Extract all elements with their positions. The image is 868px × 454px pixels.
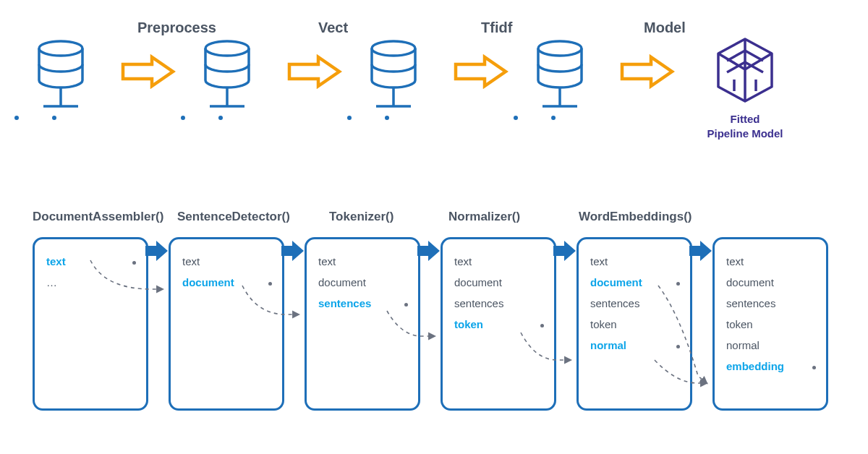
database-icon xyxy=(33,40,89,119)
arrow-icon xyxy=(618,54,676,89)
annotator-label: Tokenizer() xyxy=(329,210,393,224)
annotator-label: SentenceDetector() xyxy=(177,210,290,224)
annotator-label: DocumentAssembler() xyxy=(33,210,163,224)
annotator-item: … xyxy=(46,276,135,288)
annotator-label: WordEmbeddings() xyxy=(579,210,692,224)
annotator-item: document xyxy=(454,276,542,288)
stage-label-model: Model xyxy=(644,20,686,36)
annotator-label: Normalizer() xyxy=(448,210,520,224)
database-icon xyxy=(365,40,422,119)
annotator-item: text xyxy=(454,255,542,267)
svg-point-9 xyxy=(538,41,582,56)
annotator-box: textdocument xyxy=(169,237,284,411)
annotator-item: sentences xyxy=(726,297,814,309)
annotator-box: textdocumentsentencestokennormalembeddin… xyxy=(712,237,828,411)
arrow-icon xyxy=(452,54,510,89)
annotator-item: token xyxy=(454,318,542,330)
svg-point-3 xyxy=(205,41,249,56)
svg-point-6 xyxy=(372,41,415,56)
annotator-box: text… xyxy=(33,237,148,411)
annotator-item: sentences xyxy=(318,297,407,309)
annotator-item: document xyxy=(318,276,407,288)
annotator-item: text xyxy=(590,255,678,267)
annotator-item: sentences xyxy=(454,297,542,309)
annotator-item: text xyxy=(318,255,407,267)
annotator-item: embedding xyxy=(726,360,814,372)
annotator-box: textdocumentsentences xyxy=(305,237,420,411)
annotator-item: token xyxy=(726,318,814,330)
stage-label-tfidf: Tfidf xyxy=(481,20,512,36)
inter-arrow-icon xyxy=(551,239,579,263)
inter-arrow-icon xyxy=(687,239,715,263)
annotator-item: text xyxy=(726,255,814,267)
annotator-box: textdocumentsentencestokennormal xyxy=(576,237,692,411)
annotator-box: textdocumentsentencestoken xyxy=(441,237,556,411)
annotator-item: document xyxy=(182,276,271,288)
svg-point-0 xyxy=(39,41,82,56)
annotator-item: token xyxy=(590,318,678,330)
inter-arrow-icon xyxy=(143,239,171,263)
stage-label-vect: Vect xyxy=(318,20,348,36)
inter-arrow-icon xyxy=(415,239,443,263)
annotator-item: text xyxy=(46,255,135,267)
arrow-icon xyxy=(119,54,177,89)
annotator-item: text xyxy=(182,255,271,267)
annotator-item: normal xyxy=(590,339,678,351)
top-pipeline: Preprocess Vect Tfidf xyxy=(33,25,835,155)
arrow-icon xyxy=(286,54,344,89)
cube-model-icon xyxy=(712,36,778,105)
fitted-model-label: FittedPipeline Model xyxy=(694,112,796,140)
annotator-item: document xyxy=(726,276,814,288)
annotator-item: document xyxy=(590,276,678,288)
annotator-item: normal xyxy=(726,339,814,351)
annotator-item: sentences xyxy=(590,297,678,309)
database-icon xyxy=(532,40,588,119)
stage-label-preprocess: Preprocess xyxy=(137,20,216,36)
database-icon xyxy=(199,40,255,119)
inter-arrow-icon xyxy=(279,239,307,263)
